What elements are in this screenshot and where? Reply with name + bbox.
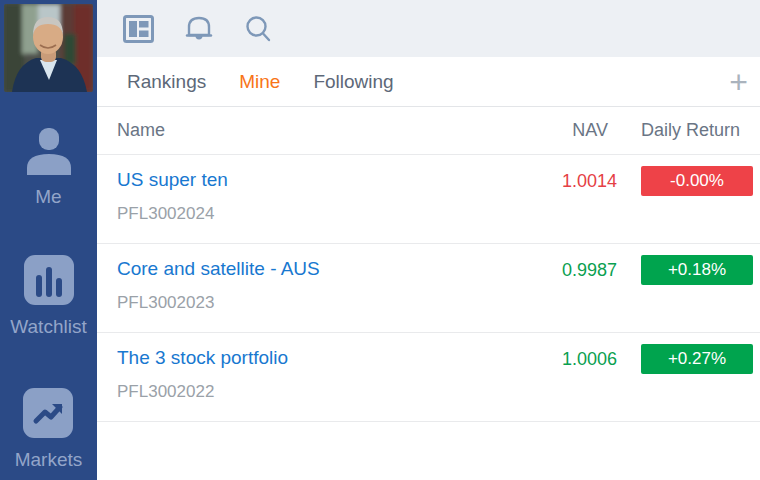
tab-rankings[interactable]: Rankings [127, 71, 206, 93]
empty-area [97, 422, 760, 480]
sidebar-item-label: Markets [15, 449, 83, 471]
search-icon[interactable] [244, 14, 272, 43]
tab-following[interactable]: Following [313, 71, 393, 93]
portfolio-code: PFL3002022 [117, 382, 527, 402]
avatar[interactable] [4, 4, 93, 92]
daily-return-badge: +0.27% [641, 344, 753, 374]
sidebar-item-label: Watchlist [10, 316, 86, 338]
daily-return-badge: -0.00% [641, 166, 753, 196]
column-header-nav: NAV [518, 120, 608, 141]
sidebar-item-label: Me [35, 186, 61, 208]
portfolio-code: PFL3002024 [117, 204, 527, 224]
sidebar: Me Watchlist Markets [0, 0, 97, 480]
tab-bar: Rankings Mine Following + [97, 57, 760, 107]
add-portfolio-button[interactable]: + [729, 65, 748, 99]
nav-value: 1.0014 [527, 166, 617, 196]
table-row[interactable]: US super ten PFL3002024 1.0014 -0.00% [97, 155, 760, 244]
sidebar-item-me[interactable]: Me [25, 128, 73, 208]
main-area: Rankings Mine Following + Name NAV Daily… [97, 0, 760, 480]
portfolio-name[interactable]: Core and satellite - AUS [117, 257, 527, 281]
news-layout-icon[interactable] [123, 15, 154, 43]
avatar-photo [4, 4, 93, 92]
column-header-daily-return: Daily Return [641, 120, 753, 141]
table-header: Name NAV Daily Return [97, 107, 760, 155]
daily-return-badge: +0.18% [641, 255, 753, 285]
bell-icon[interactable] [185, 14, 213, 44]
portfolio-code: PFL3002023 [117, 293, 527, 313]
portfolio-name[interactable]: The 3 stock portfolio [117, 346, 527, 370]
trend-up-icon [23, 388, 73, 442]
nav-value: 1.0006 [527, 344, 617, 374]
nav-value: 0.9987 [527, 255, 617, 285]
table-row[interactable]: Core and satellite - AUS PFL3002023 0.99… [97, 244, 760, 333]
sidebar-item-watchlist[interactable]: Watchlist [10, 255, 86, 338]
bar-chart-icon [24, 255, 74, 309]
sidebar-item-markets[interactable]: Markets [15, 388, 83, 471]
user-icon [25, 128, 73, 179]
tab-mine[interactable]: Mine [239, 71, 280, 93]
portfolio-name[interactable]: US super ten [117, 168, 527, 192]
column-header-name: Name [117, 120, 518, 141]
topbar [97, 0, 760, 57]
table-row[interactable]: The 3 stock portfolio PFL3002022 1.0006 … [97, 333, 760, 422]
